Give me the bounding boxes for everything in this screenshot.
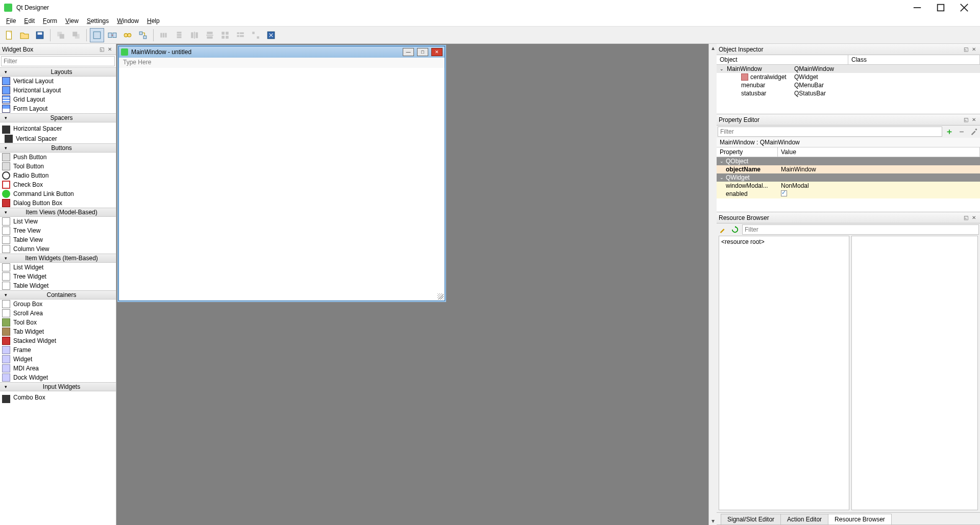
float-panel-icon[interactable]: ◱ — [962, 45, 970, 54]
widget-item[interactable]: Tree View — [0, 226, 116, 235]
widget-category[interactable]: ▾Item Widgets (Item-Based) — [0, 254, 116, 263]
checkbox-icon[interactable] — [781, 190, 787, 196]
bring-front-button[interactable] — [69, 28, 83, 42]
menu-form[interactable]: Form — [39, 16, 61, 26]
widget-category[interactable]: ▾Buttons — [0, 143, 116, 153]
scroll-down-icon[interactable]: ▾ — [709, 517, 717, 525]
form-design-area[interactable]: MainWindow - untitled — □ ✕ Type Here — [116, 44, 708, 525]
float-panel-icon[interactable]: ◱ — [962, 116, 970, 124]
float-panel-icon[interactable]: ◱ — [97, 45, 106, 54]
object-tree-row[interactable]: statusbarQStatusBar — [717, 89, 980, 97]
edit-buddies-button[interactable] — [120, 28, 135, 42]
layout-form-button[interactable] — [233, 28, 248, 42]
widget-box-filter-input[interactable] — [1, 56, 115, 66]
layout-hsplit-button[interactable] — [187, 28, 202, 42]
widget-item[interactable]: Stacked Widget — [0, 336, 116, 345]
widget-item[interactable]: Scroll Area — [0, 309, 116, 318]
edit-taborder-button[interactable] — [136, 28, 150, 42]
menu-settings[interactable]: Settings — [83, 16, 113, 26]
widget-item[interactable]: Tool Box — [0, 318, 116, 327]
close-button[interactable] — [952, 0, 976, 15]
bottom-tab[interactable]: Action Editor — [780, 514, 828, 524]
save-form-button[interactable] — [33, 28, 47, 42]
maximize-button[interactable] — [929, 0, 952, 15]
form-menubar-placeholder[interactable]: Type Here — [119, 58, 445, 68]
menu-file[interactable]: File — [2, 16, 20, 26]
close-panel-icon[interactable]: ✕ — [970, 116, 978, 124]
resource-root-label[interactable]: <resource root> — [721, 238, 765, 245]
layout-v-button[interactable] — [172, 28, 186, 42]
property-row[interactable]: objectNameMainWindow — [717, 165, 980, 173]
widget-item[interactable]: Horizontal Spacer — [0, 122, 116, 134]
widget-item[interactable]: Group Box — [0, 299, 116, 309]
new-form-button[interactable] — [2, 28, 16, 42]
widget-item[interactable]: MDI Area — [0, 364, 116, 373]
resource-tree[interactable]: <resource root> — [719, 236, 849, 510]
widget-box-list[interactable]: ▾LayoutsVertical LayoutHorizontal Layout… — [0, 67, 116, 525]
send-back-button[interactable] — [54, 28, 68, 42]
form-window[interactable]: MainWindow - untitled — □ ✕ Type Here — [118, 46, 445, 301]
widget-item[interactable]: Dock Widget — [0, 373, 116, 382]
close-panel-icon[interactable]: ✕ — [970, 214, 978, 222]
edit-resources-button[interactable] — [718, 224, 728, 235]
widget-item[interactable]: Dialog Button Box — [0, 198, 116, 208]
menu-window[interactable]: Window — [113, 16, 143, 26]
resize-grip-icon[interactable] — [437, 293, 444, 299]
edit-signals-button[interactable] — [105, 28, 119, 42]
property-config-button[interactable] — [969, 127, 979, 137]
widget-item[interactable]: Table View — [0, 235, 116, 244]
menu-edit[interactable]: Edit — [20, 16, 39, 26]
scroll-up-icon[interactable]: ▴ — [709, 44, 717, 52]
widget-category[interactable]: ▾Spacers — [0, 113, 116, 122]
widget-item[interactable]: Column View — [0, 244, 116, 254]
property-group-header[interactable]: ⌄QObject — [717, 157, 980, 165]
form-close-button[interactable]: ✕ — [431, 48, 443, 56]
form-canvas[interactable] — [119, 68, 445, 301]
reload-resources-button[interactable] — [730, 224, 740, 235]
property-col-header[interactable]: Property — [717, 147, 778, 157]
property-filter-input[interactable] — [718, 127, 942, 137]
widget-category[interactable]: ▾Input Widgets — [0, 382, 116, 391]
adjust-size-button[interactable] — [264, 28, 278, 42]
menu-view[interactable]: View — [61, 16, 83, 26]
widget-item[interactable]: Grid Layout — [0, 95, 116, 104]
break-layout-button[interactable] — [249, 28, 263, 42]
edit-widgets-button[interactable] — [90, 28, 104, 42]
widget-item[interactable]: List View — [0, 217, 116, 226]
bottom-tab[interactable]: Signal/Slot Editor — [721, 514, 781, 524]
object-tree-row[interactable]: centralwidgetQWidget — [717, 73, 980, 81]
close-panel-icon[interactable]: ✕ — [970, 45, 978, 54]
widget-item[interactable]: Vertical Spacer — [0, 134, 116, 143]
menu-help[interactable]: Help — [143, 16, 164, 26]
minimize-button[interactable] — [905, 0, 929, 15]
add-dynamic-property-button[interactable]: ＋ — [944, 127, 954, 137]
widget-item[interactable]: Vertical Layout — [0, 77, 116, 86]
widget-category[interactable]: ▾Layouts — [0, 67, 116, 77]
widget-category[interactable]: ▾Item Views (Model-Based) — [0, 208, 116, 217]
widget-item[interactable]: Table Widget — [0, 281, 116, 290]
widget-item[interactable]: Push Button — [0, 153, 116, 162]
object-tree-row[interactable]: menubarQMenuBar — [717, 81, 980, 89]
object-col-header[interactable]: Object — [717, 55, 848, 64]
object-tree-row[interactable]: ⌄MainWindowQMainWindow — [717, 65, 980, 73]
form-titlebar[interactable]: MainWindow - untitled — □ ✕ — [119, 46, 445, 58]
property-group-header[interactable]: ⌄QWidget — [717, 173, 980, 182]
value-col-header[interactable]: Value — [778, 147, 980, 157]
widget-category[interactable]: ▾Containers — [0, 290, 116, 299]
form-maximize-button[interactable]: □ — [417, 48, 428, 56]
mdi-vertical-scrollbar[interactable]: ▴ ▾ — [708, 44, 717, 525]
property-list[interactable]: ⌄QObjectobjectNameMainWindow⌄QWidgetwind… — [717, 157, 980, 212]
close-panel-icon[interactable]: ✕ — [106, 45, 114, 54]
widget-item[interactable]: Frame — [0, 345, 116, 355]
widget-item[interactable]: Command Link Button — [0, 189, 116, 198]
widget-item[interactable]: Tab Widget — [0, 327, 116, 336]
widget-item[interactable]: Tool Button — [0, 162, 116, 171]
widget-item[interactable]: Tree Widget — [0, 272, 116, 281]
property-row[interactable]: enabled — [717, 190, 980, 198]
widget-item[interactable]: Horizontal Layout — [0, 86, 116, 95]
resource-filter-input[interactable] — [742, 224, 979, 235]
layout-h-button[interactable] — [157, 28, 171, 42]
object-inspector-tree[interactable]: ⌄MainWindowQMainWindowcentralwidgetQWidg… — [717, 65, 980, 114]
widget-item[interactable]: Widget — [0, 355, 116, 364]
widget-item[interactable]: List Widget — [0, 263, 116, 272]
